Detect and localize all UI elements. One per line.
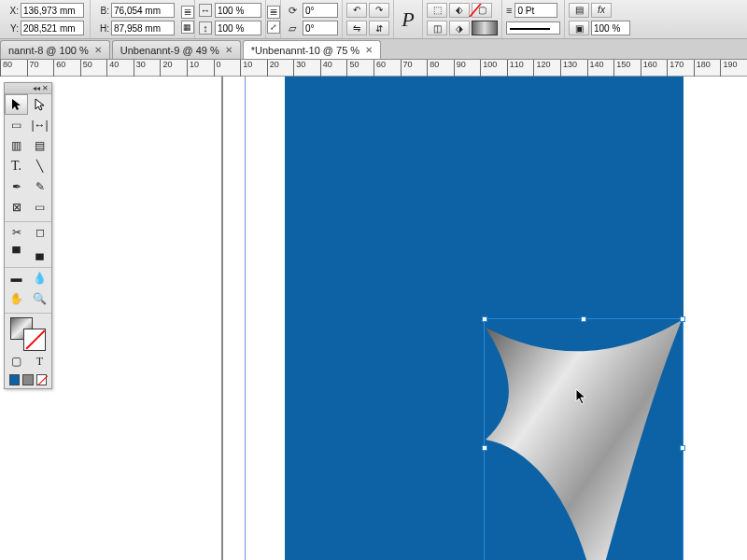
page-tool[interactable]: ▭: [5, 115, 28, 135]
tab-doc-8[interactable]: nannt-8 @ 100 %✕: [0, 40, 110, 59]
lock-column: 𝌆 ▦: [180, 0, 195, 38]
tab-label: nannt-8 @ 100 %: [8, 45, 89, 56]
select-next-button[interactable]: ⬗: [449, 21, 470, 35]
stroketype-dropdown[interactable]: [506, 21, 560, 35]
ruler-tick: 110: [507, 60, 524, 77]
pencil-tool[interactable]: ✎: [28, 176, 51, 197]
apply-gradient[interactable]: [22, 374, 33, 385]
x-input[interactable]: [21, 3, 84, 18]
rotate-input[interactable]: [303, 3, 338, 18]
noeffect-button[interactable]: ▢: [472, 3, 492, 18]
tab-doc-9[interactable]: Unbenannt-9 @ 49 %✕: [112, 40, 241, 59]
scale-v-input[interactable]: [215, 21, 261, 35]
apply-color-row: [5, 371, 51, 388]
tool-grid: ▭ |↔| ▥ ▤ T. ╲ ✒ ✎ ⊠ ▭ ✂ ◻ ▀ ▄ ▬ 💧 ✋ 🔍 ▢…: [5, 94, 51, 371]
select-prev-button[interactable]: ⬖: [449, 3, 470, 18]
arrange-cluster: ⬚ ◫ ⬖ ⬗ ▢: [423, 0, 502, 38]
toolbox-header[interactable]: ◂◂ ✕: [5, 83, 51, 94]
lock-scale-column: 𝌆 ⤢: [266, 0, 281, 38]
close-icon[interactable]: ✕: [225, 45, 233, 55]
fill-swatch[interactable]: [472, 21, 498, 35]
ruler-tick: 120: [533, 60, 550, 77]
ref-point-icon[interactable]: ▦: [181, 21, 194, 34]
handle-nw[interactable]: [482, 316, 487, 322]
flip-v-button[interactable]: ⇵: [369, 21, 389, 35]
gradient-swatch-tool[interactable]: ▀: [5, 243, 28, 263]
rotate-cw-button[interactable]: ↷: [369, 3, 389, 18]
y-input[interactable]: [21, 21, 84, 35]
opacity-input[interactable]: [591, 21, 630, 35]
zoom-tool[interactable]: 🔍: [28, 288, 51, 309]
ruler-tick: 30: [293, 60, 305, 77]
content-collector-tool[interactable]: ▥: [5, 135, 28, 156]
handle-e[interactable]: [680, 445, 685, 451]
stroke-block: ≡: [502, 0, 565, 38]
eyedropper-tool[interactable]: 💧: [28, 268, 51, 288]
ruler-tick: 40: [320, 60, 332, 77]
canvas-workspace[interactable]: [0, 77, 747, 560]
options-bar: X: Y: B: H: 𝌆 ▦ ↔ ↕ 𝌆 ⤢ ⟳ ▱ ↶ ⇋ ↷ ⇵ P ⬚ …: [0, 0, 747, 39]
type-tool[interactable]: T.: [5, 156, 28, 176]
select-container-button[interactable]: ⬚: [427, 3, 447, 18]
flip-h-button[interactable]: ⇋: [346, 21, 367, 35]
link-scale-icon[interactable]: 𝌆: [267, 6, 280, 19]
tab-doc-10[interactable]: *Unbenannt-10 @ 75 %✕: [243, 40, 381, 59]
hand-tool[interactable]: ✋: [5, 288, 28, 309]
ruler-tick: 170: [667, 60, 684, 77]
note-tool[interactable]: ▬: [5, 268, 28, 288]
toolbox-collapse-icon[interactable]: ◂◂ ✕: [33, 84, 49, 92]
close-icon[interactable]: ✕: [94, 45, 102, 55]
page-edge: [221, 77, 223, 560]
stroke-color-swatch[interactable]: [23, 329, 46, 351]
free-transform-tool[interactable]: ◻: [28, 222, 51, 243]
line-tool[interactable]: ╲: [28, 156, 51, 176]
ruler-tick: 0: [214, 60, 221, 77]
rotate-ccw-button[interactable]: ↶: [346, 3, 367, 18]
apply-color[interactable]: [9, 374, 20, 385]
ruler-tick: 60: [374, 60, 386, 77]
wrap-button[interactable]: ▣: [569, 21, 589, 35]
link-wh-icon[interactable]: 𝌆: [181, 6, 194, 19]
formatting-text-button[interactable]: T: [28, 351, 51, 371]
shear-input[interactable]: [303, 21, 338, 35]
pen-tool[interactable]: ✒: [5, 176, 28, 197]
ruler-tick: 20: [267, 60, 279, 77]
horizontal-ruler[interactable]: 8070605040302010010203040506070809010011…: [0, 60, 747, 77]
strokeweight-input[interactable]: [514, 3, 557, 18]
document-tabs: nannt-8 @ 100 %✕ Unbenannt-9 @ 49 %✕ *Un…: [0, 39, 747, 60]
scale-reset-icon[interactable]: ⤢: [267, 21, 280, 34]
rectangle-frame-tool[interactable]: ⊠: [5, 197, 28, 217]
ruler-tick: 70: [401, 60, 413, 77]
select-content-button[interactable]: ◫: [427, 21, 447, 35]
effects-button[interactable]: ▤: [569, 3, 589, 18]
gradient-feather-tool[interactable]: ▄: [28, 243, 51, 263]
h-input[interactable]: [111, 21, 175, 35]
rectangle-tool[interactable]: ▭: [28, 197, 51, 217]
formatting-container-button[interactable]: ▢: [5, 351, 28, 371]
margin-guide: [245, 77, 246, 560]
ruler-tick: 150: [613, 60, 630, 77]
scale-h-input[interactable]: [215, 3, 261, 18]
toolbox-panel[interactable]: ◂◂ ✕ ▭ |↔| ▥ ▤ T. ╲ ✒ ✎ ⊠ ▭ ✂ ◻ ▀ ▄ ▬ 💧 …: [4, 82, 52, 389]
scale-block: ↔ ↕: [195, 0, 266, 38]
handle-w[interactable]: [482, 445, 487, 451]
selection-bounds: [484, 318, 684, 560]
ruler-tick: 140: [587, 60, 604, 77]
gap-tool[interactable]: |↔|: [28, 115, 51, 135]
ruler-tick: 180: [694, 60, 711, 77]
handle-ne[interactable]: [680, 316, 685, 322]
rotate-icon: ⟳: [285, 4, 300, 17]
ruler-tick: 20: [160, 60, 172, 77]
close-icon[interactable]: ✕: [365, 45, 373, 55]
paragraph-style-button[interactable]: P: [396, 4, 420, 35]
w-input[interactable]: [111, 3, 175, 18]
ruler-tick: 190: [720, 60, 737, 77]
fx-button[interactable]: fx: [591, 3, 612, 18]
fill-stroke-swatch[interactable]: [5, 314, 51, 351]
scissors-tool[interactable]: ✂: [5, 222, 28, 243]
direct-selection-tool[interactable]: [28, 94, 51, 115]
content-placer-tool[interactable]: ▤: [28, 135, 51, 156]
apply-none[interactable]: [36, 374, 47, 385]
handle-n[interactable]: [581, 316, 586, 322]
selection-tool[interactable]: [5, 94, 28, 115]
